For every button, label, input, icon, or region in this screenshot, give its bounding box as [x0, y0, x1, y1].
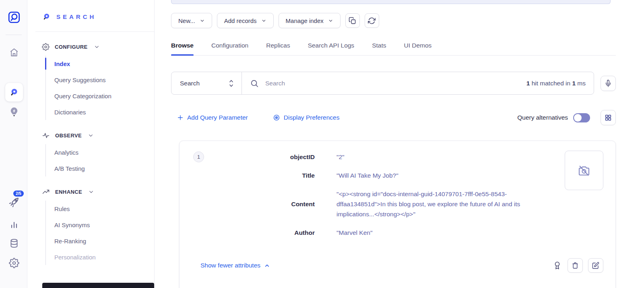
main-panel: New... Add records Manage index [155, 0, 644, 288]
new-button[interactable]: New... [171, 13, 212, 28]
section-observe-label: OBSERVE [55, 133, 82, 139]
manage-index-label: Manage index [286, 17, 324, 24]
hits-text: hit matched in [530, 80, 572, 87]
sidebar-product-header: SEARCH [27, 0, 154, 21]
index-selector-strip[interactable] [171, 0, 611, 4]
sidebar-item-rules[interactable]: Rules [46, 201, 154, 217]
home-icon[interactable] [8, 47, 20, 58]
hit-image-placeholder [565, 151, 603, 190]
award-ribbon-icon [553, 261, 561, 270]
search-nav-icon[interactable] [5, 83, 23, 102]
algolia-dashboard: 2/5 [0, 0, 644, 288]
section-configure-label: CONFIGURE [55, 44, 88, 50]
index-toolbar: New... Add records Manage index [171, 13, 616, 28]
attribute-value: "Marvel Ken" [336, 228, 550, 238]
search-row: Search 1 hit matched in 1 ms [171, 72, 616, 95]
rocket-icon[interactable] [8, 196, 20, 208]
add-records-label: Add records [224, 17, 257, 24]
search-product-icon [42, 12, 51, 21]
attribute-name: Title [180, 172, 315, 179]
eye-icon [273, 114, 280, 121]
section-observe: OBSERVE Analytics A/B Testing [27, 131, 154, 176]
tab-replicas[interactable]: Replicas [266, 42, 290, 55]
copy-icon [349, 17, 356, 25]
sidebar: SEARCH CONFIGURE Index Query Suggestion [27, 0, 155, 288]
sidebar-item-ai-synonyms[interactable]: AI Synonyms [46, 217, 154, 233]
tab-configuration[interactable]: Configuration [211, 42, 248, 55]
hit-attributes: objectID "2" Title "Will AI Take My Job?… [180, 141, 615, 238]
copy-index-button[interactable] [345, 13, 360, 28]
voice-search-button[interactable] [601, 76, 616, 91]
section-configure-header[interactable]: CONFIGURE [27, 43, 154, 51]
search-box: Search 1 hit matched in 1 ms [171, 72, 594, 95]
usage-badge: 2/5 [13, 191, 24, 197]
sidebar-item-analytics[interactable]: Analytics [46, 144, 154, 160]
add-query-parameter-link[interactable]: Add Query Parameter [177, 114, 248, 121]
attribute-value: "Will AI Take My Job?" [336, 170, 550, 180]
chevron-down-icon [200, 18, 205, 23]
hits-time: 1 [572, 80, 576, 87]
display-preferences-link[interactable]: Display Preferences [273, 114, 340, 121]
search-mode-select[interactable]: Search [171, 72, 242, 94]
hit-actions [552, 258, 603, 273]
database-icon[interactable] [9, 238, 19, 249]
add-records-button[interactable]: Add records [217, 13, 274, 28]
attribute-value: "2" [336, 152, 550, 162]
delete-record-button[interactable] [568, 258, 583, 273]
query-controls-row: Add Query Parameter Display Preferences … [171, 110, 616, 125]
recommend-icon[interactable] [9, 106, 19, 118]
chevron-up-icon [264, 263, 270, 269]
sidebar-item-index[interactable]: Index [46, 56, 154, 72]
algolia-logo-icon[interactable] [7, 10, 21, 24]
hit-rank-badge: 1 [193, 151, 204, 162]
sidebar-item-query-categorization[interactable]: Query Categorization [46, 88, 154, 104]
query-alternatives-label: Query alternatives [517, 114, 568, 121]
sidebar-divider [35, 31, 154, 32]
section-enhance-header[interactable]: ENHANCE [27, 188, 154, 196]
refresh-button[interactable] [365, 13, 379, 28]
bar-chart-icon[interactable] [9, 220, 19, 230]
plus-icon [177, 114, 184, 121]
search-icon [250, 79, 259, 88]
enhance-items: Rules AI Synonyms Re-Ranking Personaliza… [45, 201, 154, 265]
show-fewer-attributes-link[interactable]: Show fewer attributes [200, 262, 270, 269]
new-button-label: New... [178, 17, 195, 24]
rail-divider [6, 35, 22, 35]
hit-card: 1 objectID "2" Title "Will AI Take My Jo… [179, 141, 616, 288]
manage-index-button[interactable]: Manage index [279, 13, 341, 28]
configure-gear-icon [42, 43, 50, 51]
trending-up-icon [42, 188, 50, 196]
chevron-down-icon [328, 18, 333, 23]
edit-icon [592, 262, 599, 269]
tab-browse[interactable]: Browse [171, 42, 194, 55]
grid-icon [605, 114, 612, 121]
tab-stats[interactable]: Stats [372, 42, 386, 55]
attribute-name: Author [180, 229, 315, 236]
sidebar-item-dictionaries[interactable]: Dictionaries [46, 104, 154, 120]
section-enhance: ENHANCE Rules AI Synonyms Re-Ranking Per… [27, 188, 154, 265]
search-input[interactable] [265, 80, 520, 87]
tab-ui-demos[interactable]: UI Demos [404, 42, 431, 55]
query-alternatives-toggle[interactable] [573, 113, 590, 122]
microphone-icon [605, 80, 612, 87]
sidebar-item-personalization[interactable]: Personalization [46, 249, 154, 265]
edit-record-button[interactable] [588, 258, 603, 273]
sidebar-item-ab-testing[interactable]: A/B Testing [46, 160, 154, 176]
trash-icon [572, 262, 579, 269]
layout-grid-button[interactable] [601, 110, 616, 125]
ranking-info-button[interactable] [552, 258, 562, 273]
query-alternatives-group: Query alternatives [517, 110, 616, 125]
section-enhance-label: ENHANCE [55, 189, 82, 195]
app-rail: 2/5 [0, 0, 27, 288]
observe-items: Analytics A/B Testing [45, 144, 154, 176]
settings-gear-icon[interactable] [9, 258, 19, 268]
camera-off-icon [578, 164, 590, 177]
section-observe-header[interactable]: OBSERVE [27, 131, 154, 139]
section-configure: CONFIGURE Index Query Suggestions Query … [27, 43, 154, 120]
sidebar-item-re-ranking[interactable]: Re-Ranking [46, 233, 154, 249]
tab-search-api-logs[interactable]: Search API Logs [308, 42, 354, 55]
sidebar-item-query-suggestions[interactable]: Query Suggestions [46, 72, 154, 88]
hits-info: 1 hit matched in 1 ms [526, 80, 586, 87]
toggle-knob [574, 114, 582, 122]
chevron-down-icon [94, 44, 100, 50]
